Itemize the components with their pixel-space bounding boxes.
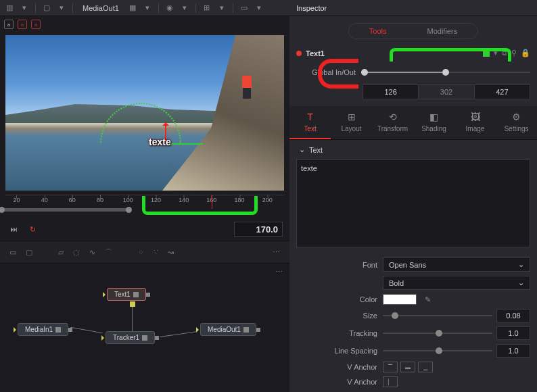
node-port-in[interactable] bbox=[103, 292, 108, 297]
time-ruler[interactable]: 20 40 60 80 100 120 140 160 180 200 bbox=[0, 195, 289, 218]
curve-icon[interactable]: ∿ bbox=[89, 248, 95, 257]
more-icon[interactable]: ⋯ bbox=[275, 268, 283, 276]
range-start-knob[interactable] bbox=[0, 207, 5, 213]
tracking-value[interactable]: 1.0 bbox=[496, 326, 530, 340]
global-in-thumb[interactable] bbox=[361, 69, 368, 76]
font-family-select[interactable]: Open Sans⌄ bbox=[383, 258, 530, 272]
tab-tools[interactable]: Tools bbox=[349, 24, 407, 39]
viewer-source-label: MediaOut1 bbox=[83, 4, 119, 12]
arc-icon[interactable]: ⌒ bbox=[105, 247, 112, 258]
square-icon[interactable]: ▢ bbox=[41, 3, 52, 14]
anchor-bottom-button[interactable]: ▁ bbox=[418, 362, 433, 372]
tab-text[interactable]: TText bbox=[289, 106, 331, 139]
preview-viewer[interactable]: texte bbox=[5, 35, 284, 191]
linespacing-value[interactable]: 1.0 bbox=[496, 344, 530, 358]
h-anchor-row: V Anchor ▏ bbox=[289, 374, 537, 389]
node-label: Tracker1 bbox=[113, 334, 139, 341]
line-spacing-row: Line Spacing 1.0 bbox=[289, 342, 537, 360]
annotation-green-bracket bbox=[142, 196, 258, 215]
node-tools-row: ▭ ▢ ▱ ◌ ∿ ⌒ ⁘ ∵ ↝ ⋯ bbox=[0, 241, 289, 264]
loop-icon[interactable]: ↻ bbox=[26, 222, 39, 236]
dropdown-icon[interactable]: ▾ bbox=[142, 3, 153, 14]
node-port-out[interactable] bbox=[155, 336, 159, 340]
node-port-out[interactable] bbox=[146, 293, 150, 297]
range-bar[interactable] bbox=[0, 208, 131, 212]
inspector-node-title: Text1 bbox=[306, 49, 325, 57]
ellipse-dots-icon[interactable]: ◌ bbox=[73, 248, 80, 257]
text-input[interactable]: texte bbox=[296, 160, 530, 247]
tab-image[interactable]: 🖼Image bbox=[454, 106, 496, 139]
dropdown-icon[interactable]: ▾ bbox=[19, 3, 30, 14]
box-icon[interactable]: ▭ bbox=[239, 3, 250, 14]
ruler-tick: 40 bbox=[41, 197, 48, 203]
scatter-icon[interactable]: ∵ bbox=[154, 248, 158, 257]
font-label: Font bbox=[296, 261, 377, 269]
size-value[interactable]: 0.08 bbox=[496, 309, 530, 322]
tag-a[interactable]: a bbox=[4, 20, 14, 29]
tag-a-red[interactable]: a bbox=[18, 20, 27, 29]
property-tabs: TText ⊞Layout ⟲Transform ◧Shading 🖼Image… bbox=[289, 106, 537, 140]
node-thumb-icon bbox=[55, 327, 61, 333]
color-label: Color bbox=[296, 295, 377, 303]
node-port-in[interactable] bbox=[101, 335, 107, 341]
node-port-in[interactable] bbox=[14, 327, 19, 333]
eyedropper-icon[interactable]: ✎ bbox=[425, 295, 431, 304]
rect-tool-icon[interactable]: ▭ bbox=[9, 248, 16, 257]
node-port-out[interactable] bbox=[68, 328, 72, 332]
inspector-tabs: Tools Modifiers bbox=[348, 23, 478, 39]
tab-modifiers[interactable]: Modifiers bbox=[407, 24, 478, 39]
node-color-dot[interactable] bbox=[296, 51, 302, 56]
anchor-middle-button[interactable]: ▬ bbox=[400, 362, 415, 372]
annotation-green-bracket-top bbox=[390, 48, 511, 62]
skip-end-icon[interactable]: ⏭ bbox=[7, 222, 20, 236]
global-out-value[interactable]: 427 bbox=[474, 84, 530, 99]
tab-settings[interactable]: ⚙Settings bbox=[496, 106, 537, 139]
grid-icon[interactable]: ⊞ bbox=[202, 3, 212, 14]
global-slider[interactable] bbox=[361, 66, 530, 79]
global-in-value[interactable]: 126 bbox=[363, 84, 419, 99]
tab-layout[interactable]: ⊞Layout bbox=[331, 106, 372, 139]
font-weight-select[interactable]: Bold⌄ bbox=[383, 276, 530, 290]
tab-shading[interactable]: ◧Shading bbox=[413, 106, 454, 139]
tracking-slider[interactable] bbox=[383, 328, 492, 339]
globe-icon[interactable]: ◉ bbox=[164, 3, 175, 14]
tracking-row: Tracking 1.0 bbox=[289, 324, 537, 342]
node-tracker1[interactable]: Tracker1 bbox=[106, 331, 155, 344]
dropdown-icon[interactable]: ▾ bbox=[179, 3, 190, 14]
text-overlay[interactable]: texte bbox=[149, 137, 171, 147]
node-mediain1[interactable]: MediaIn1 bbox=[18, 323, 68, 336]
particles-icon[interactable]: ⁘ bbox=[138, 248, 144, 257]
section-text-header[interactable]: ⌄ Text bbox=[289, 140, 537, 160]
anchor-left-button[interactable]: ▏ bbox=[383, 376, 398, 387]
chevron-down-icon: ⌄ bbox=[299, 145, 305, 154]
more-tools-icon[interactable]: ⋯ bbox=[273, 248, 280, 257]
lock-icon[interactable]: 🔒 bbox=[521, 49, 530, 57]
dropdown-icon[interactable]: ▾ bbox=[56, 3, 67, 14]
node-port-out[interactable] bbox=[256, 328, 260, 332]
ruler-tick: 20 bbox=[13, 197, 20, 203]
color-swatch[interactable] bbox=[383, 294, 417, 305]
anchor-top-button[interactable]: ▔ bbox=[383, 362, 398, 372]
linespacing-slider[interactable] bbox=[383, 345, 492, 356]
node-graph[interactable]: ⋯ Text1 MediaIn1 Tracker1 Med bbox=[0, 264, 289, 392]
rect2-tool-icon[interactable]: ▢ bbox=[26, 248, 32, 257]
tag-a-red2[interactable]: a bbox=[31, 20, 41, 29]
node-mediaout1[interactable]: MediaOut1 bbox=[200, 323, 256, 336]
crop-icon[interactable]: ▱ bbox=[58, 248, 64, 257]
current-frame-field[interactable] bbox=[234, 222, 283, 237]
chevron-down-icon: ⌄ bbox=[518, 260, 524, 269]
checker-icon[interactable]: ▦ bbox=[127, 3, 138, 14]
pin-icon[interactable]: ⚲ bbox=[511, 49, 517, 57]
color-row: Color ✎ bbox=[289, 292, 537, 307]
tab-transform[interactable]: ⟲Transform bbox=[372, 106, 413, 139]
global-out-thumb[interactable] bbox=[442, 69, 449, 76]
path-icon[interactable]: ↝ bbox=[168, 248, 174, 257]
range-end-knob[interactable] bbox=[126, 207, 132, 213]
node-text1[interactable]: Text1 bbox=[107, 288, 146, 301]
chevron-down-icon: ⌄ bbox=[518, 278, 524, 287]
dropdown-icon[interactable]: ▾ bbox=[254, 3, 264, 14]
dropdown-icon[interactable]: ▾ bbox=[216, 3, 227, 14]
node-label: MediaOut1 bbox=[208, 326, 241, 333]
size-slider[interactable] bbox=[383, 310, 492, 321]
layout-icon[interactable]: ▥ bbox=[4, 3, 15, 14]
